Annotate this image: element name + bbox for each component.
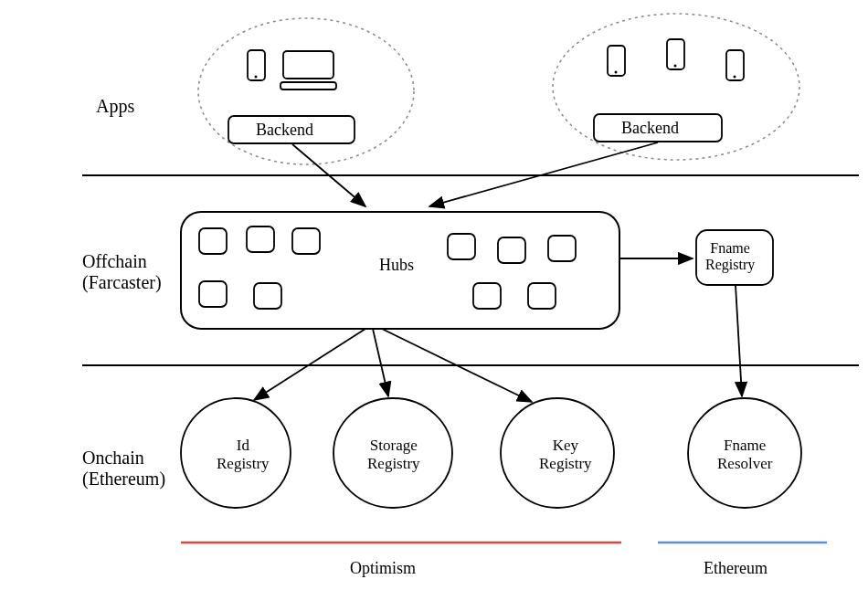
arrow: [373, 329, 388, 396]
svg-rect-2: [281, 82, 336, 90]
hub-node: [448, 234, 475, 259]
backend-right-box: [594, 114, 722, 142]
hub-node: [254, 283, 281, 309]
svg-point-5: [734, 76, 736, 79]
app-group-right-ellipse: [553, 14, 799, 160]
hub-node: [199, 281, 227, 307]
hub-node: [292, 228, 320, 254]
hub-node: [548, 236, 576, 261]
fname-resolver-circle: [688, 398, 801, 508]
svg-point-1: [255, 76, 258, 79]
svg-point-3: [615, 71, 618, 74]
laptop-icon: [283, 51, 333, 79]
hub-node: [199, 228, 227, 254]
hub-node: [528, 283, 556, 309]
svg-point-4: [674, 65, 677, 68]
arrow: [736, 285, 742, 396]
hub-node: [473, 283, 501, 309]
diagram-svg: [0, 0, 868, 590]
hub-node: [498, 237, 525, 263]
backend-left-box: [228, 116, 355, 143]
hub-node: [247, 227, 274, 252]
id-registry-circle: [181, 398, 291, 508]
fname-registry-box: [696, 230, 773, 285]
key-registry-circle: [501, 398, 614, 508]
storage-registry-circle: [333, 398, 452, 508]
